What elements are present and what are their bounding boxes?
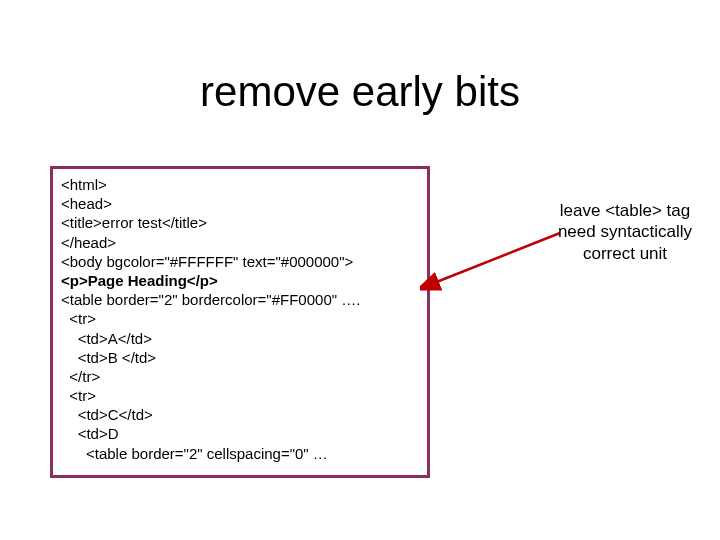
code-line: <table border="2" cellspacing="0" …: [61, 445, 328, 462]
code-line: <table border="2" bordercolor="#FF0000" …: [61, 291, 360, 308]
slide-title: remove early bits: [0, 68, 720, 116]
code-line: <td>D: [61, 425, 119, 442]
code-line: </head>: [61, 234, 116, 251]
code-sample-box: <html> <head> <title>error test</title> …: [50, 166, 430, 478]
code-line: <td>A</td>: [61, 330, 152, 347]
svg-line-1: [434, 233, 560, 283]
code-line: <body bgcolor="#FFFFFF" text="#000000">: [61, 253, 353, 270]
annotation-line: need syntactically: [545, 221, 705, 242]
code-line: <tr>: [61, 310, 96, 327]
code-line: </tr>: [61, 368, 100, 385]
annotation-line: correct unit: [545, 243, 705, 264]
code-line-highlight: <p>Page Heading</p>: [61, 272, 218, 289]
annotation-text: leave <table> tag need syntactically cor…: [545, 200, 705, 264]
code-line: <tr>: [61, 387, 96, 404]
code-line: <td>B </td>: [61, 349, 156, 366]
code-line: <title>error test</title>: [61, 214, 207, 231]
code-line: <td>C</td>: [61, 406, 153, 423]
annotation-line: leave <table> tag: [545, 200, 705, 221]
code-line: <head>: [61, 195, 112, 212]
slide: remove early bits <html> <head> <title>e…: [0, 0, 720, 540]
code-line: <html>: [61, 176, 107, 193]
